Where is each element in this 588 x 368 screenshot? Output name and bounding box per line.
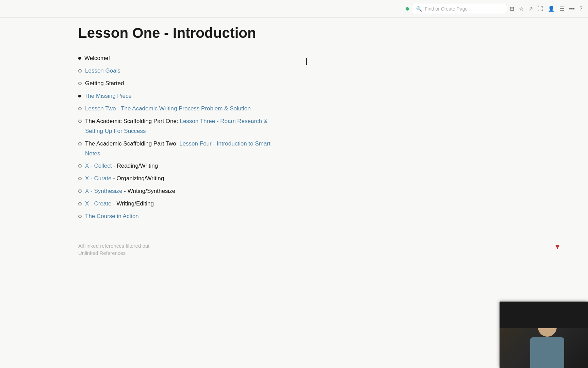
video-overlay [500, 302, 588, 368]
list-item: Getting Started [78, 78, 279, 90]
star-icon[interactable]: ☆ [519, 5, 524, 12]
bullet-circle [78, 69, 82, 73]
bullet-plain [78, 57, 81, 60]
filter-red-icon[interactable]: ▼ [554, 243, 561, 251]
item-text: Welcome! [84, 53, 110, 63]
bullet-circle [78, 164, 82, 168]
references-row: All linked references filtered out Unlin… [78, 243, 561, 256]
bullet-circle [78, 82, 82, 85]
search-icon: 🔍 [416, 6, 422, 12]
filter-icon[interactable]: ⊟ [510, 5, 514, 12]
missing-piece-link[interactable]: The Missing Piece [84, 91, 132, 101]
more-icon[interactable]: ••• [569, 6, 575, 12]
bullet-circle [78, 142, 82, 145]
item-suffix: - Reading/Writing [112, 163, 158, 169]
video-content [500, 302, 588, 368]
x-synthesize-link[interactable]: X - Synthesize [85, 188, 122, 194]
course-in-action-link[interactable]: The Course in Action [85, 212, 139, 221]
bullet-circle [78, 177, 82, 180]
list-item: The Missing Piece [78, 90, 279, 102]
bullet-plain [78, 95, 81, 97]
list-item: X - Curate - Organizing/Writing [78, 173, 279, 185]
topbar-icons: ⊟ ☆ ↗ ⛶ 👤 ☰ ••• ? [510, 5, 583, 12]
bullet-circle [78, 107, 82, 110]
references-filtered-label: All linked references filtered out [78, 243, 149, 249]
references-section: All linked references filtered out Unlin… [0, 243, 588, 256]
main-content: Lesson One - Introduction Welcome! Lesso… [0, 0, 306, 223]
topbar: 🔍 Find or Create Page ⊟ ☆ ↗ ⛶ 👤 ☰ ••• ? [0, 0, 588, 18]
list-item: X - Synthesize - Writing/Synthesize [78, 185, 279, 197]
fullscreen-icon[interactable]: ⛶ [538, 6, 543, 12]
list-item: X - Collect - Reading/Writing [78, 160, 279, 172]
list-item: Welcome! [78, 52, 279, 64]
item-suffix: - Organizing/Writing [111, 175, 164, 182]
item-prefix: The Academic Scaffolding Part One: [85, 118, 180, 124]
references-unlinked-label: Unlinked References [78, 250, 149, 256]
status-indicator [406, 7, 409, 11]
help-icon[interactable]: ? [579, 6, 583, 12]
list-item: Lesson Goals [78, 65, 279, 77]
item-prefix: The Academic Scaffolding Part Two: [85, 140, 179, 147]
content-list: Welcome! Lesson Goals Getting Started Th… [78, 52, 279, 222]
lesson-two-link[interactable]: Lesson Two - The Academic Writing Proces… [85, 104, 251, 114]
bullet-circle [78, 202, 82, 205]
bullet-circle [78, 120, 82, 123]
item-suffix: - Writing/Editing [111, 200, 153, 207]
list-item: The Course in Action [78, 211, 279, 223]
list-item: The Academic Scaffolding Part One: Lesso… [78, 116, 279, 137]
item-text: Getting Started [85, 79, 124, 89]
search-placeholder: Find or Create Page [425, 6, 468, 12]
menu-icon[interactable]: ☰ [559, 5, 564, 12]
person-icon[interactable]: 👤 [548, 5, 555, 12]
bullet-circle [78, 215, 82, 218]
bullet-circle [78, 189, 82, 193]
x-create-link[interactable]: X - Create [85, 200, 111, 207]
references-text: All linked references filtered out Unlin… [78, 243, 149, 256]
list-item: Lesson Two - The Academic Writing Proces… [78, 103, 279, 115]
list-item: The Academic Scaffolding Part Two: Lesso… [78, 138, 279, 160]
search-bar[interactable]: 🔍 Find or Create Page [412, 4, 507, 14]
x-collect-link[interactable]: X - Collect [85, 163, 112, 169]
text-cursor [306, 58, 307, 65]
item-suffix: - Writing/Synthesize [122, 188, 176, 194]
page-title: Lesson One - Introduction [78, 25, 279, 42]
share-icon[interactable]: ↗ [528, 5, 533, 12]
x-curate-link[interactable]: X - Curate [85, 175, 111, 182]
lesson-goals-link[interactable]: Lesson Goals [85, 66, 120, 76]
list-item: X - Create - Writing/Editing [78, 198, 279, 210]
